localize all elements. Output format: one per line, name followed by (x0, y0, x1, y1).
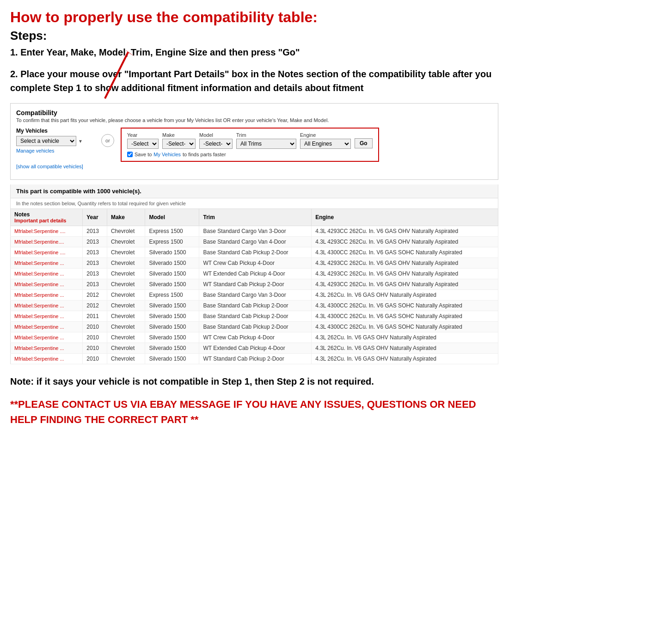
cell-make: Chevrolet (107, 258, 145, 269)
table-row: Mfrlabel:Serpentine ... 2011 Chevrolet S… (11, 311, 498, 322)
cell-model: Silverado 1500 (145, 332, 199, 343)
trim-select[interactable]: All Trims (236, 139, 296, 149)
cell-engine: 4.3L 4300CC 262Cu. In. V6 GAS SOHC Natur… (312, 311, 498, 322)
cell-model: Express 1500 (145, 290, 199, 301)
table-row: Mfrlabel:Serpentine ... 2013 Chevrolet S… (11, 258, 498, 269)
cell-notes: Mfrlabel:Serpentine ... (11, 279, 83, 290)
red-arrow-icon (100, 48, 137, 108)
compatible-info-bar: This part is compatible with 1000 vehicl… (10, 184, 498, 198)
cell-year: 2010 (83, 322, 107, 332)
compatibility-table: Notes Important part details Year Make M… (10, 209, 498, 364)
cell-year: 2011 (83, 311, 107, 322)
cell-year: 2010 (83, 332, 107, 343)
steps-heading: Steps: (10, 29, 498, 43)
vehicle-select-row: Select a vehicle ▼ (16, 136, 95, 146)
cell-engine: 4.3L 262Cu. In. V6 GAS OHV Naturally Asp… (312, 343, 498, 354)
year-make-section: Year -Select- Make -Select- Model (121, 128, 379, 162)
go-button[interactable]: Go (355, 138, 373, 148)
cell-trim: WT Standard Cab Pickup 2-Door (199, 354, 312, 364)
cell-notes: Mfrlabel:Serpentine ... (11, 301, 83, 311)
table-row: Mfrlabel:Serpentine ... 2010 Chevrolet S… (11, 343, 498, 354)
cell-engine: 4.3L 4293CC 262Cu. In. V6 GAS OHV Natura… (312, 237, 498, 247)
cell-notes: Mfrlabel:Serpentine .... (11, 247, 83, 258)
engine-label: Engine (300, 132, 351, 138)
cell-engine: 4.3L 4293CC 262Cu. In. V6 GAS OHV Natura… (312, 226, 498, 237)
cell-trim: WT Standard Cab Pickup 2-Door (199, 279, 312, 290)
cell-model: Express 1500 (145, 226, 199, 237)
trim-label: Trim (236, 132, 296, 138)
my-vehicles-link-inline[interactable]: My Vehicles (153, 152, 181, 157)
cell-notes: Mfrlabel:Serpentine ... (11, 343, 83, 354)
cell-trim: WT Extended Cab Pickup 4-Door (199, 269, 312, 279)
cell-model: Silverado 1500 (145, 322, 199, 332)
svg-line-0 (105, 52, 128, 98)
cell-trim: Base Standard Cab Pickup 2-Door (199, 301, 312, 311)
cell-trim: Base Standard Cargo Van 4-Door (199, 237, 312, 247)
table-row: Mfrlabel:Serpentine .... 2013 Chevrolet … (11, 226, 498, 237)
model-select[interactable]: -Select- (199, 139, 233, 149)
table-header-row: Notes Important part details Year Make M… (11, 209, 498, 226)
cell-make: Chevrolet (107, 332, 145, 343)
cell-year: 2013 (83, 237, 107, 247)
engine-select[interactable]: All Engines (300, 139, 351, 149)
cell-trim: WT Extended Cab Pickup 4-Door (199, 343, 312, 354)
cell-engine: 4.3L 262Cu. In. V6 GAS OHV Naturally Asp… (312, 332, 498, 343)
year-select[interactable]: -Select- (127, 139, 159, 149)
cell-notes: Mfrlabel:Serpentine ... (11, 354, 83, 364)
cell-trim: Base Standard Cargo Van 3-Door (199, 226, 312, 237)
cell-year: 2013 (83, 226, 107, 237)
cell-engine: 4.3L 4300CC 262Cu. In. V6 GAS SOHC Natur… (312, 301, 498, 311)
cell-notes: Mfrlabel:Serpentine ... (11, 258, 83, 269)
cell-year: 2010 (83, 343, 107, 354)
save-checkbox[interactable] (127, 152, 133, 157)
cell-model: Silverado 1500 (145, 311, 199, 322)
cell-make: Chevrolet (107, 343, 145, 354)
show-all-link[interactable]: [show all compatible vehicles] (16, 164, 83, 169)
save-label: Save to (135, 152, 152, 157)
model-label: Model (199, 132, 233, 138)
contact-text: **PLEASE CONTACT US VIA EBAY MESSAGE IF … (10, 397, 498, 427)
table-row: Mfrlabel:Serpentine ... 2012 Chevrolet S… (11, 301, 498, 311)
cell-engine: 4.3L 4300CC 262Cu. In. V6 GAS SOHC Natur… (312, 247, 498, 258)
cell-trim: Base Standard Cab Pickup 2-Door (199, 322, 312, 332)
col-header-engine: Engine (312, 209, 498, 226)
col-header-notes: Notes Important part details (11, 209, 83, 226)
cell-year: 2012 (83, 290, 107, 301)
cell-trim: Base Standard Cab Pickup 2-Door (199, 311, 312, 322)
make-select[interactable]: -Select- (162, 139, 196, 149)
cell-make: Chevrolet (107, 237, 145, 247)
cell-make: Chevrolet (107, 290, 145, 301)
step-one: 1. Enter Year, Make, Model, Trim, Engine… (10, 46, 498, 59)
save-suffix: to finds parts faster (183, 152, 226, 157)
cell-model: Silverado 1500 (145, 258, 199, 269)
cell-make: Chevrolet (107, 226, 145, 237)
ymm-fields-row: Year -Select- Make -Select- Model (127, 132, 373, 149)
cell-engine: 4.3L 4300CC 262Cu. In. V6 GAS SOHC Natur… (312, 322, 498, 332)
cell-make: Chevrolet (107, 311, 145, 322)
make-field-group: Make -Select- (162, 132, 196, 149)
note-text: Note: if it says your vehicle is not com… (10, 374, 498, 388)
cell-notes: Mfrlabel:Serpentine ... (11, 322, 83, 332)
cell-model: Silverado 1500 (145, 301, 199, 311)
year-field-group: Year -Select- (127, 132, 159, 149)
cell-year: 2010 (83, 354, 107, 364)
table-row: Mfrlabel:Serpentine ... 2013 Chevrolet S… (11, 269, 498, 279)
compat-subtitle: To confirm that this part fits your vehi… (16, 117, 492, 123)
cell-trim: WT Crew Cab Pickup 4-Door (199, 258, 312, 269)
vehicle-select-dropdown[interactable]: Select a vehicle (16, 136, 76, 146)
notes-bar: In the notes section below, Quantity ref… (10, 198, 498, 209)
cell-model: Silverado 1500 (145, 343, 199, 354)
cell-year: 2013 (83, 247, 107, 258)
col-header-trim: Trim (199, 209, 312, 226)
model-field-group: Model -Select- (199, 132, 233, 149)
table-row: Mfrlabel:Serpentine ... 2010 Chevrolet S… (11, 322, 498, 332)
cell-notes: Mfrlabel:Serpentine ... (11, 290, 83, 301)
cell-notes: Mfrlabel:Serpentine.... (11, 237, 83, 247)
year-label: Year (127, 132, 159, 138)
table-row: Mfrlabel:Serpentine ... 2012 Chevrolet E… (11, 290, 498, 301)
important-part-details-label: Important part details (14, 218, 79, 223)
cell-model: Silverado 1500 (145, 269, 199, 279)
cell-trim: Base Standard Cab Pickup 2-Door (199, 247, 312, 258)
step-two: 2. Place your mouse over "Important Part… (10, 67, 498, 95)
manage-vehicles-link[interactable]: Manage vehicles (16, 148, 95, 153)
